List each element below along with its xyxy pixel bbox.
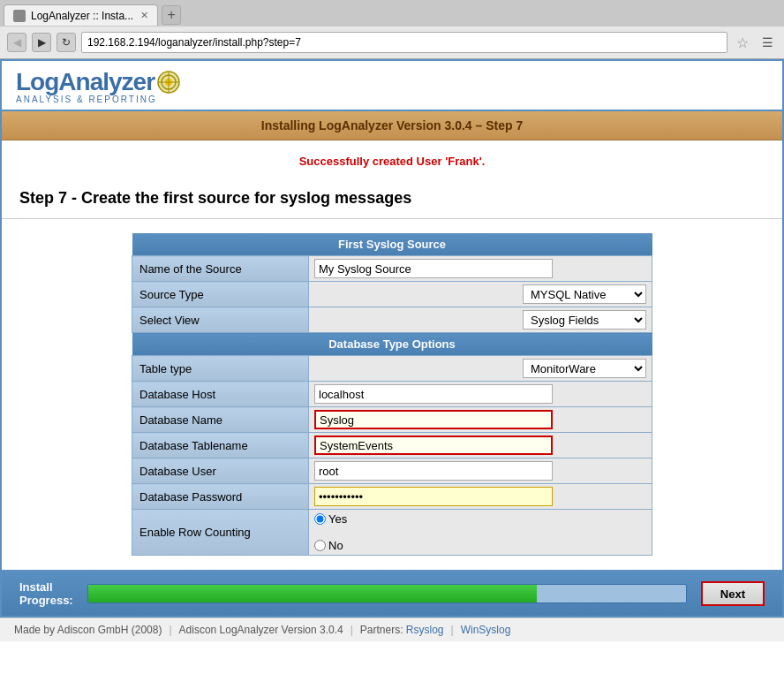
- step-header-bar: Installing LogAnalyzer Version 3.0.4 – S…: [2, 111, 782, 140]
- progress-area: Install Progress: Next: [2, 570, 782, 616]
- row-counting-no-radio[interactable]: [314, 540, 326, 551]
- tab-favicon: [13, 10, 26, 22]
- logo-area: LogAnalyzer ANALYSIS & REPORTING: [2, 61, 782, 111]
- new-tab-btn[interactable]: +: [162, 5, 181, 25]
- logo-log: Log: [16, 68, 58, 95]
- forward-btn[interactable]: ▶: [32, 33, 51, 52]
- footer-divider-1: |: [169, 624, 171, 636]
- next-button[interactable]: Next: [701, 581, 765, 606]
- row-counting-no-label[interactable]: No: [314, 539, 634, 552]
- select-view-select[interactable]: Syslog Fields All Fields: [523, 310, 646, 330]
- page-content: LogAnalyzer ANALYSIS & REPORTING Install…: [0, 59, 784, 617]
- db-name-label: Database Name: [132, 407, 309, 433]
- logo-analyzer: Analyzer: [58, 68, 155, 95]
- url-box[interactable]: 192.168.2.194/loganalyzer/install.php?st…: [81, 32, 727, 53]
- db-user-label: Database User: [132, 458, 309, 484]
- logo-text: LogAnalyzer: [16, 68, 155, 96]
- db-name-input[interactable]: [314, 410, 553, 429]
- db-name-row: Database Name: [132, 407, 652, 433]
- db-tablename-row: Database Tablename: [132, 433, 652, 458]
- select-view-label: Select View: [132, 307, 309, 333]
- db-tablename-input[interactable]: [314, 436, 553, 455]
- source-type-value-cell: MYSQL Native File Database: [309, 282, 652, 307]
- row-counting-row: Enable Row Counting Yes No: [132, 510, 652, 556]
- footer-partner1[interactable]: Rsyslog: [406, 624, 444, 636]
- form-area: First Syslog Source Name of the Source S…: [2, 219, 782, 570]
- site-footer: Made by Adiscon GmbH (2008) | Adiscon Lo…: [0, 617, 784, 641]
- progress-bar-container: [87, 584, 687, 603]
- bookmark-btn[interactable]: ☆: [733, 33, 752, 52]
- db-type-header: Database Type Options: [132, 333, 652, 356]
- active-tab[interactable]: LogAnalyzer :: Insta... ✕: [4, 4, 158, 26]
- tab-title: LogAnalyzer :: Insta...: [31, 10, 133, 22]
- success-message: Successfully created User 'Frank'.: [2, 140, 782, 182]
- back-btn[interactable]: ◀: [7, 33, 26, 52]
- footer-divider-2: |: [351, 624, 353, 636]
- db-password-row: Database Password: [132, 484, 652, 510]
- step-header-text: Installing LogAnalyzer Version 3.0.4 – S…: [261, 118, 523, 133]
- db-user-value-cell: [309, 458, 652, 484]
- source-type-row: Source Type MYSQL Native File Database: [132, 282, 652, 307]
- footer-partner-divider: |: [451, 624, 454, 636]
- row-counting-no-text: No: [328, 539, 343, 552]
- row-counting-value-cell: Yes No: [309, 510, 652, 556]
- url-text: 192.168.2.194/loganalyzer/install.php?st…: [87, 36, 301, 49]
- progress-label-line2: Progress:: [19, 594, 73, 607]
- row-counting-yes-text: Yes: [328, 512, 347, 526]
- name-value-cell: [309, 256, 652, 282]
- first-source-header-row: First Syslog Source: [132, 233, 652, 256]
- success-text: Successfully created User 'Frank'.: [299, 155, 486, 168]
- tab-bar: LogAnalyzer :: Insta... ✕ +: [0, 0, 784, 27]
- db-host-input[interactable]: [314, 384, 553, 404]
- browser-chrome: LogAnalyzer :: Insta... ✕ + ◀ ▶ ↻ 192.16…: [0, 0, 784, 59]
- db-tablename-label: Database Tablename: [132, 433, 309, 458]
- source-type-select[interactable]: MYSQL Native File Database: [523, 284, 646, 304]
- db-password-label: Database Password: [132, 484, 309, 510]
- logo-subtitle: ANALYSIS & REPORTING: [16, 95, 185, 104]
- name-label: Name of the Source: [132, 256, 309, 282]
- footer-partners-label: Partners:: [360, 624, 403, 636]
- db-password-input[interactable]: [314, 487, 553, 506]
- reload-btn[interactable]: ↻: [57, 33, 76, 52]
- progress-bar-fill: [88, 585, 537, 602]
- row-counting-label: Enable Row Counting: [132, 510, 309, 556]
- footer-made-by: Made by Adiscon GmbH (2008): [14, 624, 162, 636]
- table-type-label: Table type: [132, 356, 309, 382]
- logo-target-icon: [156, 70, 181, 95]
- db-user-input[interactable]: [314, 461, 553, 481]
- db-host-label: Database Host: [132, 382, 309, 407]
- db-host-row: Database Host: [132, 382, 652, 407]
- source-type-label: Source Type: [132, 282, 309, 307]
- footer-product: Adiscon LogAnalyzer Version 3.0.4: [179, 624, 343, 636]
- db-type-header-row: Database Type Options: [132, 333, 652, 356]
- footer-partner2[interactable]: WinSyslog: [461, 624, 511, 636]
- name-row: Name of the Source: [132, 256, 652, 282]
- tab-close-btn[interactable]: ✕: [140, 10, 148, 21]
- table-type-row: Table type MonitorWare Other: [132, 356, 652, 382]
- name-input[interactable]: [314, 259, 553, 278]
- page-title: Step 7 - Create the first source for sys…: [2, 182, 782, 219]
- menu-btn[interactable]: ☰: [758, 33, 777, 52]
- address-bar: ◀ ▶ ↻ 192.168.2.194/loganalyzer/install.…: [0, 27, 784, 58]
- first-source-header: First Syslog Source: [132, 233, 652, 256]
- row-counting-yes-label[interactable]: Yes: [314, 512, 634, 526]
- row-counting-yes-radio[interactable]: [314, 513, 326, 525]
- db-tablename-value-cell: [309, 433, 652, 458]
- db-name-value-cell: [309, 407, 652, 433]
- progress-label: Install Progress:: [19, 580, 73, 607]
- db-host-value-cell: [309, 382, 652, 407]
- select-view-row: Select View Syslog Fields All Fields: [132, 307, 652, 333]
- select-view-value-cell: Syslog Fields All Fields: [309, 307, 652, 333]
- db-password-value-cell: [309, 484, 652, 510]
- table-type-select[interactable]: MonitorWare Other: [523, 359, 646, 378]
- progress-label-line1: Install: [19, 580, 53, 594]
- db-user-row: Database User: [132, 458, 652, 484]
- form-table: First Syslog Source Name of the Source S…: [132, 233, 652, 556]
- table-type-value-cell: MonitorWare Other: [309, 356, 652, 382]
